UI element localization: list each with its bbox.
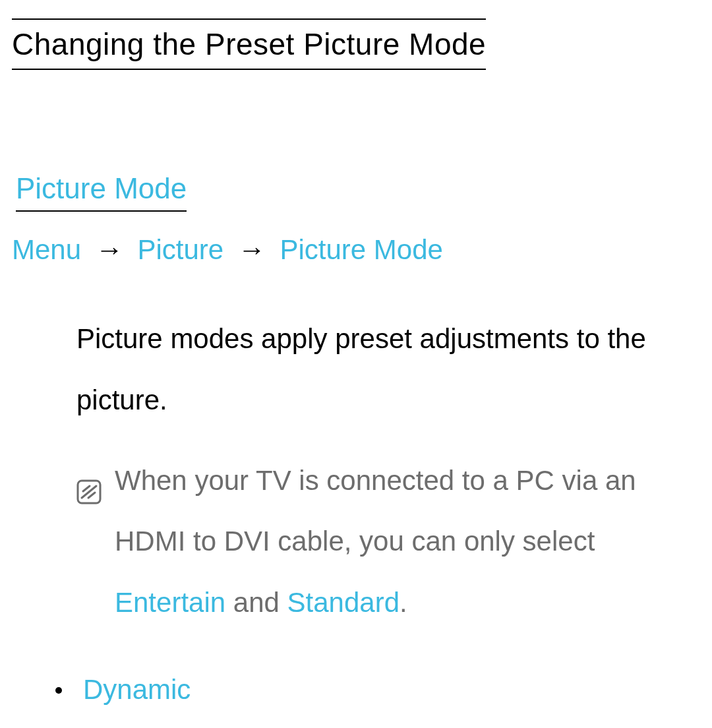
breadcrumb: Menu → Picture → Picture Mode — [12, 231, 700, 269]
list-item-title-dynamic: Dynamic — [83, 659, 401, 720]
description-text: Picture modes apply preset adjustments t… — [76, 309, 700, 431]
note-highlight-standard: Standard — [287, 587, 400, 618]
svg-line-3 — [88, 493, 95, 498]
breadcrumb-step-picture: Picture — [137, 234, 223, 265]
breadcrumb-step-picture-mode: Picture Mode — [280, 234, 442, 265]
breadcrumb-arrow-icon: → — [238, 234, 266, 265]
note-mid: and — [225, 587, 287, 618]
list-item: Dynamic Suitable for a bright room. — [55, 659, 700, 728]
note-block: When your TV is connected to a PC via an… — [76, 450, 700, 633]
page-title: Changing the Preset Picture Mode — [12, 18, 486, 70]
note-suffix: . — [400, 587, 407, 618]
note-text: When your TV is connected to a PC via an… — [115, 450, 700, 633]
note-icon — [76, 465, 102, 526]
svg-line-2 — [83, 486, 90, 491]
section-link-picture-mode: Picture Mode — [16, 169, 187, 212]
list-item-desc: Suitable for a bright room. — [83, 721, 401, 728]
breadcrumb-arrow-icon: → — [96, 234, 123, 265]
note-highlight-entertain: Entertain — [115, 587, 225, 618]
bullet-icon — [55, 687, 62, 694]
breadcrumb-step-menu: Menu — [12, 234, 81, 265]
content-body: Picture modes apply preset adjustments t… — [76, 309, 700, 728]
note-prefix: When your TV is connected to a PC via an… — [115, 465, 636, 557]
